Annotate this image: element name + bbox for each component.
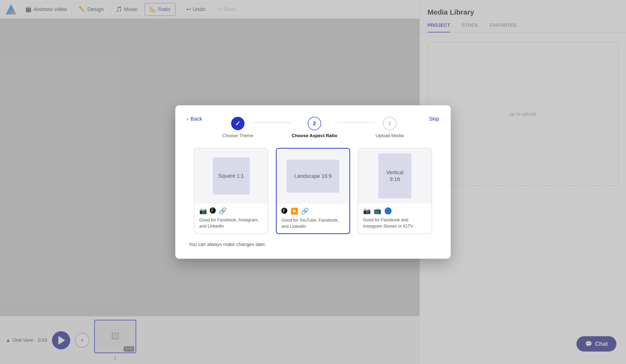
facebook-icon-2: 🅕 xyxy=(281,208,288,215)
step-2: 2 Choose Aspect Ratio xyxy=(292,117,337,138)
modal-overlay: ‹ Back Skip ✓ Choose Theme 2 Choose Aspe… xyxy=(0,0,626,364)
modal-footer-note: You can always make changes later. xyxy=(189,242,437,247)
square-box: Square 1:1 xyxy=(213,157,250,195)
landscape-box: Landscape 16:9 xyxy=(287,160,339,193)
square-description: Good for Facebook, Instagram, and Linked… xyxy=(199,217,263,229)
instagram-icon: 📷 xyxy=(199,207,207,215)
landscape-description: Good for YouTube, Facebook, and LinkedIn xyxy=(281,217,345,229)
facebook-icon-3: 🔵 xyxy=(384,207,392,215)
landscape-info: 🅕 ▶️ 🔗 Good for YouTube, Facebook, and L… xyxy=(276,204,350,233)
ratio-card-square[interactable]: Square 1:1 📷 🅕 🔗 Good for Facebook, Inst… xyxy=(194,148,268,234)
vertical-info: 📷 📺 🔵 Good for Facebook and Instagram St… xyxy=(358,203,431,233)
vertical-box: Vertical9:16 xyxy=(378,153,411,198)
ratio-cards-container: Square 1:1 📷 🅕 🔗 Good for Facebook, Inst… xyxy=(189,148,437,234)
instagram-icon-2: 📷 xyxy=(363,207,371,215)
step-1: ✓ Choose Theme xyxy=(222,117,253,138)
ratio-card-vertical[interactable]: Vertical9:16 📷 📺 🔵 Good for Facebook and… xyxy=(358,148,432,234)
linkedin-icon-2: 🔗 xyxy=(301,208,309,215)
landscape-preview: Landscape 16:9 xyxy=(276,149,350,204)
square-platform-icons: 📷 🅕 🔗 xyxy=(199,207,263,215)
aspect-ratio-modal: ‹ Back Skip ✓ Choose Theme 2 Choose Aspe… xyxy=(175,105,451,258)
modal-back-button[interactable]: ‹ Back xyxy=(187,116,202,122)
tv-icon: 📺 xyxy=(374,207,381,215)
youtube-icon: ▶️ xyxy=(290,208,298,215)
step-2-circle: 2 xyxy=(308,117,321,130)
stepper: ✓ Choose Theme 2 Choose Aspect Ratio 3 U… xyxy=(189,117,437,138)
vertical-description: Good for Facebook and Instagram Stories … xyxy=(363,217,427,229)
step-1-label: Choose Theme xyxy=(222,133,253,138)
square-preview: Square 1:1 xyxy=(195,148,268,203)
step-line-1 xyxy=(253,122,292,123)
step-line-2 xyxy=(337,122,376,123)
ratio-card-landscape[interactable]: Landscape 16:9 🅕 ▶️ 🔗 Good for YouTube, … xyxy=(276,148,350,234)
modal-skip-button[interactable]: Skip xyxy=(429,116,439,122)
vertical-preview: Vertical9:16 xyxy=(358,148,431,203)
square-info: 📷 🅕 🔗 Good for Facebook, Instagram, and … xyxy=(195,203,268,233)
linkedin-icon: 🔗 xyxy=(219,207,227,215)
step-3-circle: 3 xyxy=(383,117,396,130)
landscape-platform-icons: 🅕 ▶️ 🔗 xyxy=(281,208,345,215)
checkmark-icon: ✓ xyxy=(235,120,240,127)
facebook-icon: 🅕 xyxy=(210,207,216,215)
step-3-label: Upload Media xyxy=(376,133,403,138)
step-3: 3 Upload Media xyxy=(376,117,403,138)
step-1-circle: ✓ xyxy=(231,117,244,130)
vertical-platform-icons: 📷 📺 🔵 xyxy=(363,207,427,215)
back-chevron-icon: ‹ xyxy=(187,116,189,122)
step-2-label: Choose Aspect Ratio xyxy=(292,133,337,138)
